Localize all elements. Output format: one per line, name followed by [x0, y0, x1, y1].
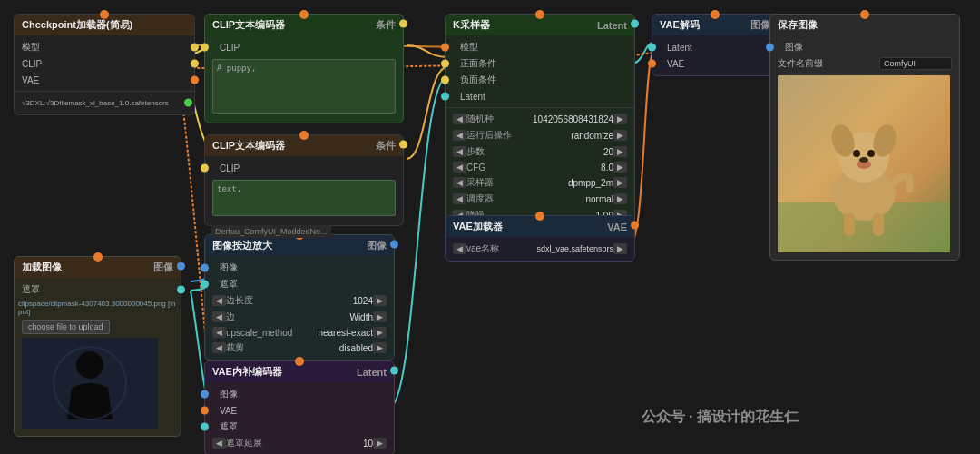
model-out-port — [191, 44, 199, 52]
vaename-left-btn[interactable]: ◀ — [453, 243, 466, 254]
upscale-crop-row: ◀ 裁剪 disabled ▶ — [205, 340, 394, 356]
svg-point-9 — [859, 157, 868, 163]
edge-right-btn[interactable]: ▶ — [373, 311, 387, 322]
checkpoint-body: 模型 CLIP VAE √3DXL:√3Dfilemask_xl_base_1.… — [15, 35, 194, 114]
maskext-right-btn[interactable]: ▶ — [373, 438, 387, 449]
clip2-textarea-wrap: text, — [205, 176, 403, 222]
scheduler-left-btn[interactable]: ◀ — [453, 193, 466, 204]
save-body: 图像 文件名前缀 — [770, 35, 959, 260]
clip2-body: CLIP text, — [205, 156, 403, 225]
seed-val: 1042056808431824 — [533, 114, 613, 124]
clip1-title: CLIP文本编码器 — [212, 18, 285, 32]
vae-inpaint-body: 图像 VAE 遮罩 ◀ 遮罩延展 10 ▶ — [205, 382, 394, 454]
vae-decode-img-out: 图像 — [750, 18, 770, 32]
cfg-right-btn[interactable]: ▶ — [613, 162, 627, 173]
save-prefix-row: 文件名前缀 — [770, 55, 959, 72]
vae-decode-body: Latent VAE — [652, 35, 778, 75]
ksampler-seed-row: ◀ 随机种 1042056808431824 ▶ — [446, 111, 634, 127]
runafter-right-btn[interactable]: ▶ — [613, 130, 627, 141]
vaename-label: vae名称 — [466, 242, 536, 255]
vae-decode-title: VAE解码 — [660, 18, 700, 32]
load-mask-out-port — [177, 286, 185, 294]
crop-left-btn[interactable]: ◀ — [212, 342, 226, 353]
scheduler-right-btn[interactable]: ▶ — [613, 193, 627, 204]
load-image-title: 加载图像 — [22, 261, 62, 274]
maskext-val: 10 — [299, 439, 373, 449]
edgelen-val: 1024 — [299, 296, 373, 306]
ksampler-scheduler-row: ◀ 调度器 normal ▶ — [446, 191, 634, 207]
cfg-val: 8.0 — [540, 163, 613, 173]
crop-label: 裁剪 — [226, 341, 299, 354]
save-img-in-port — [766, 44, 774, 52]
vae-inpaint-img-in — [201, 390, 209, 399]
vae-inpaint-title: VAE内补编码器 — [212, 365, 282, 379]
vae-inpaint-mask-row: 遮罩 — [205, 419, 394, 435]
scheduler-label: 调度器 — [466, 192, 540, 205]
method-left-btn[interactable]: ◀ — [212, 327, 226, 338]
clip2-text-input[interactable]: text, — [212, 180, 396, 216]
clip2-out-label: 条件 — [376, 139, 396, 153]
runafter-left-btn[interactable]: ◀ — [453, 130, 466, 141]
maskext-left-btn[interactable]: ◀ — [212, 438, 226, 449]
ksampler-model-in — [441, 44, 449, 52]
upscale-mask-in-row: 遮罩 — [205, 276, 394, 292]
seed-left-btn[interactable]: ◀ — [453, 114, 466, 124]
edge-label: 边 — [226, 311, 299, 323]
edge-left-btn[interactable]: ◀ — [212, 311, 226, 322]
method-right-btn[interactable]: ▶ — [373, 327, 387, 338]
clip1-node: CLIP文本编码器 条件 CLIP A puppy, — [204, 14, 404, 123]
load-mask-label: 遮罩 — [22, 283, 40, 296]
clip1-out-label: 条件 — [376, 18, 396, 32]
ksampler-latent-label: Latent — [597, 20, 627, 31]
load-choose-btn[interactable]: choose file to upload — [22, 320, 110, 334]
vae-latent-label: Latent — [667, 43, 692, 53]
load-filename: clipspace/clipmask-4307403.3000000045.pn… — [18, 300, 177, 316]
clip-out-port — [191, 60, 199, 68]
upscale-edge-row: ◀ 边 Width ▶ — [205, 309, 394, 325]
checkpoint-title: Checkpoint加载器(简易) — [22, 18, 132, 32]
clip2-in-port — [201, 164, 209, 173]
sampler-label: 采样器 — [466, 176, 540, 189]
steps-right-btn[interactable]: ▶ — [613, 146, 627, 157]
seed-label: 随机种 — [466, 113, 533, 125]
edgelen-right-btn[interactable]: ▶ — [373, 295, 387, 306]
upscale-body: 图像 遮罩 ◀ 边长度 1024 ▶ ◀ 边 Width ▶ ◀ upscale… — [205, 256, 394, 360]
clip2-clip-label: CLIP — [220, 163, 240, 173]
crop-right-btn[interactable]: ▶ — [373, 342, 387, 353]
upscale-edgelen-row: ◀ 边长度 1024 ▶ — [205, 292, 394, 309]
cfg-left-btn[interactable]: ◀ — [453, 162, 466, 173]
vae-loader-out-port — [631, 222, 639, 230]
sampler-val: dpmpp_2m — [540, 178, 613, 188]
vaename-val: sdxl_vae.safetensors — [536, 244, 613, 253]
checkpoint-clip-row: CLIP — [15, 55, 194, 72]
vae-decode-vae-in — [648, 60, 656, 68]
vaename-right-btn[interactable]: ▶ — [613, 243, 627, 254]
save-title: 保存图像 — [778, 18, 818, 32]
seed-right-btn[interactable]: ▶ — [613, 114, 627, 124]
upscale-mask-in-label: 遮罩 — [220, 278, 238, 291]
ksampler-pos-in — [441, 60, 449, 68]
sampler-left-btn[interactable]: ◀ — [453, 177, 466, 188]
vae-decode-node: VAE解码 图像 Latent VAE — [652, 14, 779, 76]
ksampler-neg-in — [441, 76, 449, 84]
clip1-text-input[interactable]: A puppy, — [212, 59, 396, 114]
clip1-input-row: CLIP — [205, 39, 403, 55]
ksampler-latent-in — [441, 93, 449, 101]
save-image-node: 保存图像 图像 文件名前缀 — [769, 14, 960, 261]
vae-inpaint-out-label: Latent — [357, 367, 387, 378]
edgelen-left-btn[interactable]: ◀ — [212, 295, 226, 306]
clip2-cond-out — [399, 141, 407, 149]
load-image-preview — [22, 338, 158, 429]
save-prefix-input[interactable] — [879, 57, 952, 70]
scheduler-val: normal — [540, 194, 613, 204]
vae-inpaint-out-port — [390, 367, 398, 375]
checkpoint-path-row: √3DXL:√3Dfilemask_xl_base_1.0.safetensor… — [15, 94, 194, 111]
sampler-right-btn[interactable]: ▶ — [613, 177, 627, 188]
steps-left-btn[interactable]: ◀ — [453, 146, 466, 157]
svg-point-7 — [867, 150, 875, 157]
clip1-body: CLIP A puppy, — [205, 35, 403, 123]
cfg-label: CFG — [466, 163, 540, 173]
ksampler-model-row: 模型 — [446, 39, 634, 55]
clip2-title: CLIP文本编码器 — [212, 139, 285, 153]
vae-inpaint-vae-row: VAE — [205, 402, 394, 419]
